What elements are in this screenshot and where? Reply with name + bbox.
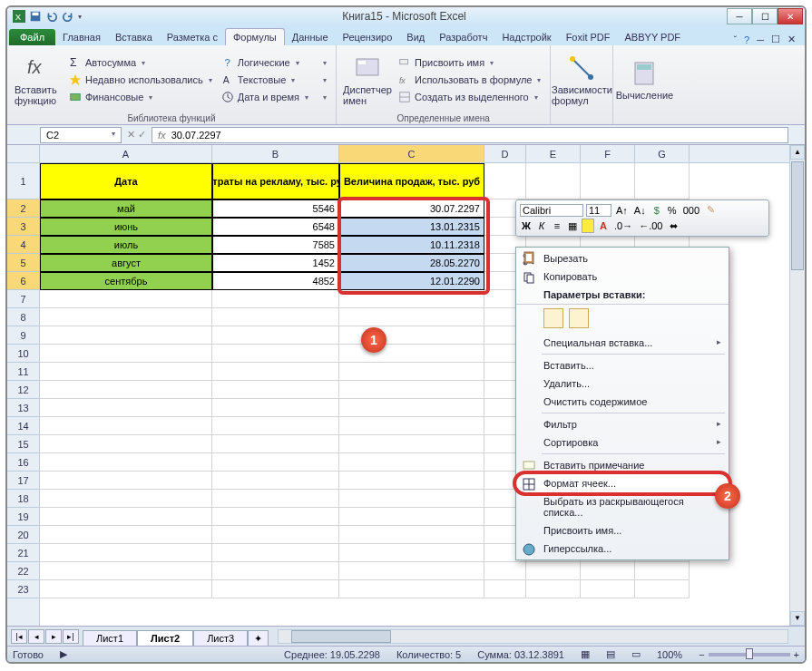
financial-button[interactable]: Финансовые <box>65 89 216 105</box>
formula-deps-button[interactable]: Зависимости формул <box>556 47 607 112</box>
borders-icon[interactable]: ▦ <box>566 219 579 233</box>
row-header-2[interactable]: 2 <box>7 199 39 218</box>
sheet-tab-3[interactable]: Лист3 <box>193 630 248 646</box>
fill-color-icon[interactable] <box>582 219 594 233</box>
cell-c5[interactable]: 28.05.2270 <box>339 254 484 272</box>
cell-b1[interactable]: Затраты на рекламу, тыс. руб. <box>212 163 339 199</box>
sheet-nav-prev[interactable]: ◂ <box>28 629 44 644</box>
format-painter-icon[interactable]: ✎ <box>704 203 717 217</box>
cell-a5[interactable]: август <box>40 254 212 272</box>
col-header-e[interactable]: E <box>526 145 581 162</box>
tab-foxit[interactable]: Foxit PDF <box>559 29 618 45</box>
row-header-12[interactable]: 12 <box>7 381 39 399</box>
ribbon-minimize-icon[interactable]: ˇ <box>733 34 737 45</box>
redo-icon[interactable] <box>62 10 74 23</box>
cm-clear[interactable]: Очистить содержимое <box>516 393 729 411</box>
cell-b6[interactable]: 4852 <box>212 272 339 290</box>
math-button[interactable]: θ <box>314 72 330 88</box>
cm-delete[interactable]: Удалить... <box>516 374 729 393</box>
tab-addins[interactable]: Надстройк <box>494 29 558 45</box>
define-name-button[interactable]: Присвоить имя <box>395 54 545 71</box>
grow-font-icon[interactable]: A↑ <box>614 204 630 217</box>
italic-icon[interactable]: К <box>535 219 548 232</box>
zoom-in-button[interactable]: + <box>794 649 799 660</box>
insert-function-button[interactable]: fx Вставить функцию <box>13 47 64 112</box>
calculation-button[interactable]: Вычисление <box>619 47 670 112</box>
tab-insert[interactable]: Вставка <box>108 29 160 45</box>
cell-b3[interactable]: 6548 <box>212 218 339 236</box>
mini-font[interactable]: Calibri <box>520 204 583 217</box>
horizontal-scrollbar[interactable] <box>278 629 788 644</box>
sheet-tab-1[interactable]: Лист1 <box>83 630 137 646</box>
lookup-button[interactable] <box>314 54 330 71</box>
row-header-22[interactable]: 22 <box>7 562 39 580</box>
cell-c1[interactable]: Величина продаж, тыс. руб <box>339 163 484 199</box>
row-header-9[interactable]: 9 <box>7 326 39 345</box>
increase-decimal-icon[interactable]: ←.00 <box>637 219 664 232</box>
cell-a2[interactable]: май <box>40 199 212 218</box>
percent-format-icon[interactable]: % <box>666 204 679 217</box>
cell-a4[interactable]: июль <box>40 236 212 254</box>
row-header-6[interactable]: 6 <box>7 272 39 290</box>
minimize-button[interactable]: ─ <box>727 8 752 24</box>
col-header-c[interactable]: C <box>339 145 484 162</box>
undo-icon[interactable] <box>45 10 58 23</box>
name-manager-button[interactable]: Диспетчер имен <box>342 47 393 112</box>
col-header-g[interactable]: G <box>635 145 690 162</box>
cm-define-name[interactable]: Присвоить имя... <box>516 521 729 540</box>
cell-c4[interactable]: 10.11.2318 <box>339 236 484 254</box>
row-header-21[interactable]: 21 <box>7 544 39 562</box>
view-layout-icon[interactable]: ▤ <box>606 648 615 660</box>
doc-restore-icon[interactable]: ☐ <box>771 34 780 45</box>
row-header-19[interactable]: 19 <box>7 508 39 526</box>
col-header-f[interactable]: F <box>581 145 635 162</box>
row-header-7[interactable]: 7 <box>7 290 39 308</box>
mini-font-size[interactable]: 11 <box>586 204 611 217</box>
zoom-slider[interactable] <box>709 653 790 656</box>
cm-sort[interactable]: Сортировка <box>516 433 729 452</box>
cell-b2[interactable]: 5546 <box>212 199 339 218</box>
accounting-format-icon[interactable]: $ <box>651 204 663 217</box>
decrease-decimal-icon[interactable]: .0→ <box>612 219 634 232</box>
paste-option-1[interactable] <box>543 308 563 328</box>
tab-data[interactable]: Данные <box>285 29 336 45</box>
col-header-a[interactable]: A <box>40 145 212 162</box>
formula-bar[interactable]: fx30.07.2297 <box>152 127 788 143</box>
row-header-5[interactable]: 5 <box>7 254 39 272</box>
cell-c2[interactable]: 30.07.2297 <box>339 199 484 218</box>
cm-copy[interactable]: Копировать <box>516 267 729 286</box>
tab-abbyy[interactable]: ABBYY PDF <box>618 29 689 45</box>
fx-bar-icon[interactable]: fx <box>158 130 166 141</box>
row-header-16[interactable]: 16 <box>7 453 39 472</box>
status-macro-icon[interactable]: ▶ <box>60 648 67 660</box>
row-header-3[interactable]: 3 <box>7 218 39 236</box>
bold-icon[interactable]: Ж <box>520 219 533 232</box>
row-header-18[interactable]: 18 <box>7 490 39 508</box>
help-icon[interactable]: ? <box>744 34 749 45</box>
sheet-tab-new[interactable]: ✦ <box>248 630 269 647</box>
sheet-nav-last[interactable]: ▸| <box>63 629 79 644</box>
doc-minimize-icon[interactable]: ─ <box>757 34 764 45</box>
merge-icon[interactable]: ⬌ <box>667 219 680 233</box>
row-header-17[interactable]: 17 <box>7 472 39 490</box>
zoom-out-button[interactable]: − <box>699 649 704 660</box>
shrink-font-icon[interactable]: A↓ <box>632 204 648 217</box>
paste-option-2[interactable] <box>569 308 589 328</box>
row-header-8[interactable]: 8 <box>7 308 39 326</box>
row-header-13[interactable]: 13 <box>7 399 39 417</box>
vscroll-thumb[interactable] <box>791 161 804 270</box>
tab-view[interactable]: Вид <box>399 29 432 45</box>
cell-a3[interactable]: июнь <box>40 218 212 236</box>
datetime-button[interactable]: Дата и время <box>218 89 312 105</box>
doc-close-icon[interactable]: ✕ <box>788 34 796 45</box>
row-header-11[interactable]: 11 <box>7 363 39 381</box>
recent-button[interactable]: Недавно использовались <box>65 72 216 88</box>
tab-developer[interactable]: Разработч <box>432 29 494 45</box>
name-box[interactable]: C2▾ <box>40 127 122 143</box>
tab-formulas[interactable]: Формулы <box>225 28 285 45</box>
cm-dropdown-list[interactable]: Выбрать из раскрывающегося списка... <box>516 492 729 521</box>
cell-b5[interactable]: 1452 <box>212 254 339 272</box>
tab-review[interactable]: Рецензиро <box>336 29 400 45</box>
create-selection-button[interactable]: Создать из выделенного <box>395 89 545 105</box>
text-button[interactable]: AТекстовые <box>218 72 312 88</box>
